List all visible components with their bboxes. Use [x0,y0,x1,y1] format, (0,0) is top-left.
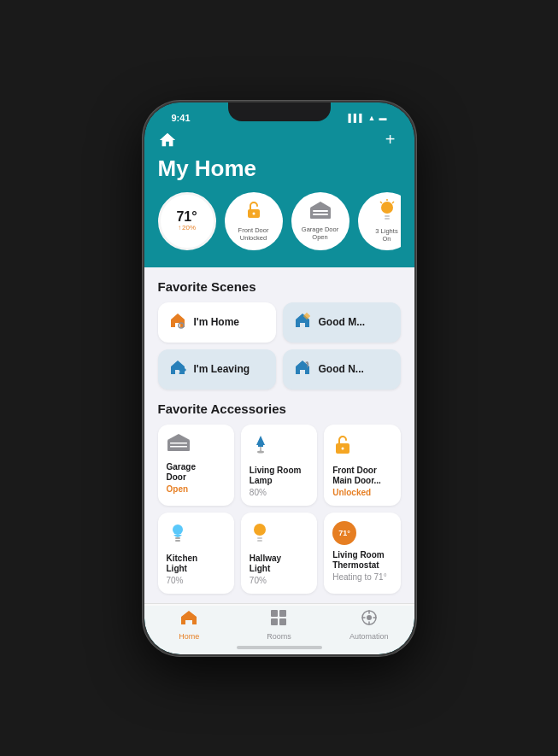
svg-point-13 [179,368,183,372]
unlock-icon [244,200,264,225]
svg-rect-4 [313,214,328,215]
thermostat-circle: 71° [332,521,356,545]
svg-point-12 [304,314,309,319]
svg-rect-14 [167,440,190,451]
night-scene-icon [293,358,312,381]
automation-tab-icon [361,609,378,630]
home-scene-icon [168,311,187,334]
favorite-scenes-title: Favorite Scenes [158,279,401,294]
leaving-scene-icon [168,358,187,381]
top-nav: + [158,126,401,155]
svg-rect-26 [257,537,262,539]
svg-rect-16 [170,446,187,448]
temp-circle[interactable]: 71° ↑ 20% [158,192,216,250]
svg-rect-31 [279,618,286,625]
front-door-main-status: Unlocked [332,488,391,497]
hallway-light-tile[interactable]: HallwayLight 70% [241,513,317,594]
tab-home[interactable]: Home [144,609,234,641]
im-home-scene[interactable]: I'm Home [158,302,276,343]
im-leaving-label: I'm Leaving [194,363,250,375]
good-night-scene[interactable]: Good N... [283,349,401,390]
svg-rect-30 [271,618,278,625]
status-icons: ▌▌▌ ▲ ▬ [348,114,386,122]
svg-rect-7 [385,218,390,220]
thermostat-tile[interactable]: 71° Living RoomThermostat Heating to 71° [324,513,400,594]
garage-tile-icon [167,433,226,457]
front-door-main-tile[interactable]: Front DoorMain Door... Unlocked [324,425,400,506]
svg-point-1 [252,213,255,215]
good-morning-scene[interactable]: Good M... [283,302,401,343]
teal-section: 9:41 ▌▌▌ ▲ ▬ + My Home 71° [144,103,414,267]
hallway-light-status: 70% [250,576,308,585]
scenes-grid: I'm Home Good M... [158,302,401,390]
phone-frame: 9:41 ▌▌▌ ▲ ▬ + My Home 71° [143,101,416,656]
svg-rect-2 [310,208,331,219]
wifi-icon: ▲ [368,114,376,122]
im-home-label: I'm Home [194,316,240,328]
tab-rooms[interactable]: Rooms [234,609,324,641]
signal-icon: ▌▌▌ [348,114,364,122]
accessories-scroll: 71° ↑ 20% Front DoorUnl [158,192,401,254]
svg-point-33 [367,615,372,620]
rooms-tab-label: Rooms [267,632,291,641]
favorite-accessories-title: Favorite Accessories [158,401,401,416]
status-time: 9:41 [172,113,191,123]
battery-icon: ▬ [379,114,387,122]
svg-point-21 [342,447,344,449]
hallway-light-name: HallwayLight [250,554,308,574]
side-button [414,205,416,248]
svg-rect-6 [385,215,390,217]
page-title: My Home [158,155,401,182]
garage-door-circle[interactable]: Garage DoorOpen [291,192,349,250]
home-indicator [237,646,322,649]
garage-door-tile[interactable]: GarageDoor Open [158,425,234,506]
garage-icon [309,201,332,224]
kitchen-light-tile[interactable]: KitchenLight 70% [158,513,234,594]
phone-screen: 9:41 ▌▌▌ ▲ ▬ + My Home 71° [144,103,414,654]
svg-rect-17 [258,445,263,447]
lamp-tile-icon [250,433,308,460]
garage-door-name: GarageDoor [167,462,226,483]
morning-scene-icon [293,311,312,334]
garage-door-label: Garage DoorOpen [298,226,342,241]
bulb-icon [377,199,397,226]
svg-rect-27 [257,540,262,542]
svg-point-25 [254,524,266,536]
living-lamp-name: Living RoomLamp [250,466,308,486]
svg-rect-3 [313,210,328,212]
white-section: Favorite Scenes I'm Home [144,267,414,606]
temp-value: 71° [176,210,197,224]
garage-door-status: Open [167,484,226,494]
front-door-label: Front DoorUnlocked [235,226,273,242]
kitchen-light-status: 70% [167,576,226,585]
living-lamp-status: 80% [250,488,308,497]
svg-rect-24 [175,540,180,542]
living-lamp-tile[interactable]: Living RoomLamp 80% [241,425,317,506]
svg-rect-29 [279,610,286,617]
thermostat-status: Heating to 71° [332,572,391,582]
svg-point-5 [381,202,393,214]
hallway-tile-icon [250,521,308,548]
svg-point-19 [257,450,264,453]
rooms-tab-icon [270,609,287,630]
front-door-tile-icon [332,433,391,460]
automation-tab-label: Automation [349,632,389,641]
home-nav-icon[interactable] [158,131,177,149]
front-door-main-name: Front DoorMain Door... [332,466,391,486]
kitchen-tile-icon [167,521,226,548]
up-arrow-icon: ↑ [178,224,181,231]
temp-humidity: 20% [182,224,196,231]
lights-label: 3 LightsOn [372,227,400,243]
good-night-label: Good N... [319,363,364,375]
thermostat-name: Living RoomThermostat [332,550,391,571]
tab-automation[interactable]: Automation [324,609,414,641]
notch [228,103,331,121]
svg-point-22 [173,525,183,535]
home-tab-label: Home [179,632,199,641]
im-leaving-scene[interactable]: I'm Leaving [158,349,276,390]
svg-rect-15 [170,442,187,444]
add-button[interactable]: + [380,130,401,150]
temp-sub: ↑ 20% [178,224,196,231]
front-door-circle[interactable]: Front DoorUnlocked [225,192,283,250]
lights-circle[interactable]: 3 LightsOn [358,192,401,250]
